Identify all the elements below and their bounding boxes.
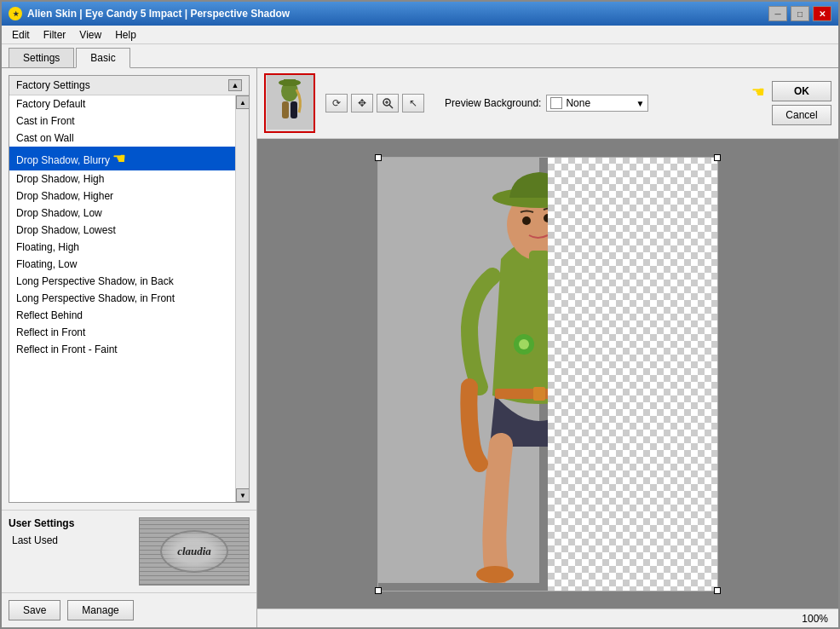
pan-tool[interactable]: ✥ [351,94,373,113]
watermark-preview: claudia [139,517,250,586]
save-button[interactable]: Save [9,600,60,620]
resize-handle-br[interactable] [714,587,721,594]
toolbar: ⟳ ✥ ↖ [325,94,424,113]
title-bar: ★ Alien Skin | Eye Candy 5 Impact | Pers… [2,2,838,26]
bg-color-swatch [550,97,562,109]
preset-long-perspective-back[interactable]: Long Perspective Shadow, in Back [9,273,235,290]
resize-handle-tr[interactable] [714,154,721,161]
menu-help[interactable]: Help [108,27,143,43]
right-panel: ⟳ ✥ ↖ [257,68,838,627]
main-window: ★ Alien Skin | Eye Candy 5 Impact | Pers… [0,0,840,629]
preset-floating-low[interactable]: Floating, Low [9,256,235,273]
user-settings-labels: User Settings Last Used [9,517,132,548]
preset-floating-high[interactable]: Floating, High [9,239,235,256]
preset-reflect-in-front-faint[interactable]: Reflect in Front - Faint [9,341,235,358]
toolbar-row: ⟳ ✥ ↖ [325,94,424,113]
content-area: Factory Settings ▲ Factory Default Cast … [2,68,838,627]
svg-rect-3 [284,79,296,86]
tabs-bar: Settings Basic [2,44,838,68]
thumbnail-image [267,74,314,132]
menu-view[interactable]: View [72,27,108,43]
cancel-button[interactable]: Cancel [772,105,831,125]
left-panel: Factory Settings ▲ Factory Default Cast … [2,68,257,627]
last-used-item[interactable]: Last Used [9,533,132,548]
zoom-tool[interactable] [377,94,399,113]
watermark-circle: claudia [160,530,228,573]
resize-handle-tl[interactable] [375,154,382,161]
preset-factory-default[interactable]: Factory Default [9,95,235,113]
preset-scrollbar: ▲ ▼ [235,95,249,502]
menu-bar: Edit Filter View Help [2,26,838,44]
scroll-down-btn[interactable]: ▼ [236,488,249,502]
ok-hand-cursor: ☛ [751,83,765,101]
preview-bg-select[interactable]: None ▼ [546,95,648,112]
preset-drop-shadow-blurry[interactable]: Drop Shadow, Blurry ☛ [9,147,235,170]
zoom-level: 100% [802,613,828,625]
window-title: Alien Skin | Eye Candy 5 Impact | Perspe… [27,8,290,20]
right-top-bar: ⟳ ✥ ↖ [257,68,838,139]
menu-edit[interactable]: Edit [5,27,37,43]
preset-list-container: Factory Settings ▲ Factory Default Cast … [9,75,250,503]
bg-dropdown-arrow: ▼ [636,99,644,108]
ok-button-container: ☛ OK [772,81,831,101]
presets-row: Factory Default Cast in Front Cast on Wa… [9,95,249,502]
tab-settings[interactable]: Settings [9,48,74,67]
scroll-track [236,109,249,488]
menu-filter[interactable]: Filter [37,27,73,43]
bottom-buttons: Save Manage [2,592,256,627]
tab-basic[interactable]: Basic [76,48,129,68]
user-settings-area: User Settings Last Used claudia [2,510,256,592]
preset-drop-shadow-lowest[interactable]: Drop Shadow, Lowest [9,222,235,239]
factory-settings-label: Factory Settings [16,79,90,91]
minimize-button[interactable]: ─ [768,6,787,21]
status-bar: 100% [257,609,838,627]
preview-area [257,139,838,609]
preview-bg-label: Preview Background: [445,97,541,109]
window-controls: ─ □ ✕ [768,6,831,21]
preview-border [377,157,718,591]
user-settings-title: User Settings [9,517,132,529]
svg-rect-4 [282,101,289,118]
close-button[interactable]: ✕ [813,6,831,21]
preset-drop-shadow-higher[interactable]: Drop Shadow, Higher [9,188,235,205]
scroll-up-btn[interactable]: ▲ [236,95,249,109]
watermark-text: claudia [177,545,211,558]
preset-reflect-behind[interactable]: Reflect Behind [9,307,235,324]
preset-drop-shadow-high[interactable]: Drop Shadow, High [9,170,235,188]
svg-line-7 [389,105,393,108]
scroll-up-button[interactable]: ▲ [228,79,242,91]
preset-drop-shadow-low[interactable]: Drop Shadow, Low [9,205,235,222]
ok-button[interactable]: OK [772,81,831,101]
resize-handle-bl[interactable] [375,587,382,594]
preset-reflect-in-front[interactable]: Reflect in Front [9,324,235,341]
manage-button[interactable]: Manage [67,600,133,620]
preset-list: Factory Default Cast in Front Cast on Wa… [9,95,235,502]
ok-cancel-area: ☛ OK Cancel [772,81,831,125]
preset-cast-on-wall[interactable]: Cast on Wall [9,130,235,147]
preview-background-control: Preview Background: None ▼ [445,95,648,112]
preset-cast-in-front[interactable]: Cast in Front [9,113,235,130]
reset-tool[interactable]: ⟳ [325,94,348,113]
selection-indicator: ☛ [112,149,126,168]
maximize-button[interactable]: □ [791,6,809,21]
app-icon: ★ [9,7,22,20]
preview-canvas [377,157,718,591]
watermark-content: claudia [160,530,228,573]
bg-value: None [566,97,590,109]
preset-list-header: Factory Settings ▲ [9,76,249,95]
preset-long-perspective-front[interactable]: Long Perspective Shadow, in Front [9,290,235,307]
thumbnail-box [264,73,315,133]
select-tool[interactable]: ↖ [402,94,424,113]
svg-rect-5 [291,101,297,118]
